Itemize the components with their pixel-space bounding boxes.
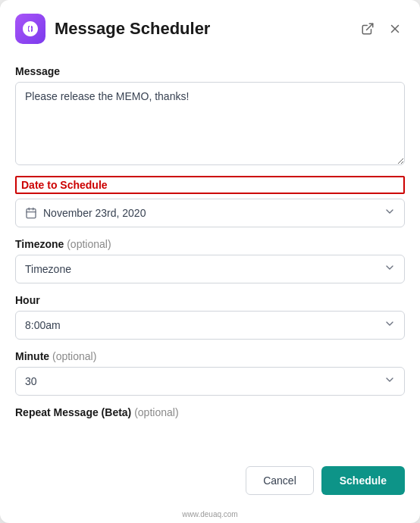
- date-value: November 23rd, 2020: [43, 207, 374, 219]
- hour-field-group: Hour 8:00am: [15, 294, 405, 340]
- hour-select[interactable]: 8:00am: [15, 311, 405, 340]
- minute-select-wrapper: 30: [15, 367, 405, 396]
- modal-title: Message Scheduler: [55, 19, 349, 39]
- modal-body: Message Please release the MEMO, thanks!…: [0, 53, 420, 456]
- minute-label: Minute (optional): [15, 350, 405, 362]
- hour-select-wrapper: 8:00am: [15, 311, 405, 340]
- minute-optional: (optional): [52, 350, 96, 362]
- modal-header: Message Scheduler: [0, 0, 420, 53]
- close-button[interactable]: [385, 19, 405, 39]
- message-field-group: Message Please release the MEMO, thanks!: [15, 65, 405, 165]
- timezone-field-group: Timezone (optional) Timezone: [15, 238, 405, 283]
- external-link-icon: [361, 22, 375, 36]
- watermark: www.deuaq.com: [0, 510, 420, 523]
- header-actions: [358, 19, 405, 39]
- timezone-label: Timezone (optional): [15, 238, 405, 250]
- svg-rect-4: [27, 209, 36, 218]
- modal-footer: Cancel Schedule: [0, 456, 420, 510]
- svg-line-1: [367, 23, 373, 30]
- app-icon: [15, 14, 45, 44]
- close-icon: [388, 22, 402, 36]
- date-select-inner[interactable]: November 23rd, 2020: [15, 199, 405, 227]
- date-label: Date to Schedule: [15, 176, 405, 194]
- schedule-button[interactable]: Schedule: [321, 466, 405, 495]
- cancel-button[interactable]: Cancel: [246, 466, 314, 495]
- timezone-select-wrapper: Timezone: [15, 255, 405, 283]
- repeat-field-group: Repeat Message (Beta) (optional): [15, 406, 405, 423]
- external-link-button[interactable]: [358, 19, 378, 39]
- date-field-group: Date to Schedule November 23rd, 2020: [15, 176, 405, 227]
- hour-label: Hour: [15, 294, 405, 306]
- message-label: Message: [15, 65, 405, 77]
- minute-field-group: Minute (optional) 30: [15, 350, 405, 396]
- timezone-optional: (optional): [67, 238, 111, 250]
- repeat-label: Repeat Message (Beta) (optional): [15, 406, 405, 418]
- modal-container: Message Scheduler Message Please relea: [0, 0, 420, 523]
- calendar-icon: [25, 207, 37, 219]
- message-textarea[interactable]: Please release the MEMO, thanks!: [15, 82, 405, 165]
- timezone-select[interactable]: Timezone: [15, 255, 405, 283]
- minute-select[interactable]: 30: [15, 367, 405, 396]
- date-select-wrapper[interactable]: November 23rd, 2020: [15, 199, 405, 227]
- repeat-optional: (optional): [134, 406, 178, 418]
